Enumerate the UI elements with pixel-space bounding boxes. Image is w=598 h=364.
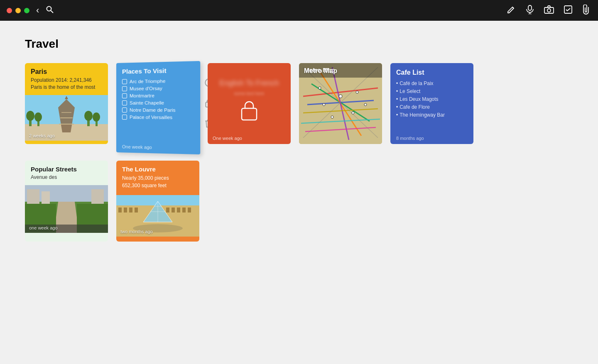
svg-rect-55: [27, 189, 39, 204]
svg-rect-57: [91, 189, 104, 204]
svg-line-2: [512, 7, 514, 8]
bullet-icon: •: [396, 96, 398, 102]
note-card-cafe[interactable]: Cafe List • Café de la Paix • Le Select …: [390, 63, 473, 144]
checkbox: [122, 100, 127, 105]
bullet-icon: •: [396, 81, 398, 86]
svg-rect-61: [118, 208, 122, 213]
svg-point-44: [331, 116, 333, 118]
svg-point-43: [356, 91, 358, 93]
card-title: Metro Map: [304, 67, 337, 75]
checkbox: [122, 93, 127, 98]
metro-map: Metro Map: [299, 63, 382, 144]
svg-point-0: [47, 6, 51, 11]
card-title: Places To Visit: [122, 66, 194, 75]
note-card-streets[interactable]: Popular Streets Avenue des: [25, 161, 108, 242]
svg-point-21: [84, 111, 93, 121]
card-title: The Louvre: [122, 166, 194, 173]
search-button[interactable]: [46, 5, 54, 16]
cafe-item: • Cafe de Flore: [396, 104, 468, 110]
checklist-label: Arc de Triomphe: [130, 78, 166, 84]
svg-point-7: [547, 9, 551, 12]
note-card-locked[interactable]: English To French some text here One wee…: [208, 63, 291, 144]
checkbox: [122, 107, 127, 112]
card-title: Cafe List: [396, 69, 468, 76]
attach-button[interactable]: [582, 5, 590, 17]
svg-rect-3: [528, 5, 532, 10]
note-card-louvre[interactable]: The Louvre Nearly 35,000 pieces 652,300 …: [116, 161, 199, 242]
bullet-icon: •: [396, 112, 398, 118]
checkbox: [122, 115, 127, 120]
svg-point-47: [364, 103, 367, 106]
maximize-button[interactable]: [24, 8, 29, 13]
card-timestamp: 2 weeks ago: [29, 133, 55, 138]
card-title: Paris: [31, 68, 102, 76]
svg-line-1: [51, 10, 54, 13]
traffic-lights: [7, 8, 29, 13]
card-subtitle: Population 2014: 2,241,346: [31, 77, 102, 83]
note-card-paris[interactable]: Paris Population 2014: 2,241,346 Paris i…: [25, 63, 108, 144]
checklist-item: Notre Dame de Paris: [122, 107, 194, 113]
mic-button[interactable]: [526, 5, 534, 16]
paris-image: 2 weeks ago: [25, 95, 108, 141]
streets-image: one week ago: [25, 185, 108, 233]
titlebar: ‹: [0, 0, 598, 21]
card-text: Paris Population 2014: 2,241,346 Paris i…: [25, 63, 108, 95]
bullet-icon: •: [396, 104, 398, 110]
svg-point-45: [352, 112, 354, 114]
card-timestamp: One week ago: [213, 136, 242, 141]
louvre-image: two months ago: [116, 195, 199, 237]
svg-point-41: [339, 95, 342, 98]
card-timestamp: One week ago: [122, 144, 152, 150]
checkbox: [122, 86, 127, 91]
svg-rect-67: [177, 208, 180, 213]
toolbar-actions: [498, 0, 598, 21]
checklist-label: Notre Dame de Paris: [130, 107, 176, 112]
page-title: Travel: [25, 37, 573, 51]
note-card-places[interactable]: Places To Visit Arc de Triomphe Musee d'…: [116, 61, 200, 154]
notes-grid: Paris Population 2014: 2,241,346 Paris i…: [25, 63, 573, 152]
compose-button[interactable]: [507, 5, 516, 16]
svg-rect-66: [172, 208, 175, 213]
svg-point-23: [93, 112, 100, 122]
cafe-item: • The Hemingway Bar: [396, 112, 468, 118]
card-body: Avenue des: [31, 174, 102, 180]
svg-rect-68: [182, 208, 186, 213]
note-card-metro[interactable]: Metro Map: [299, 63, 382, 144]
checklist-item: Musee d'Orsay: [122, 86, 194, 91]
svg-rect-64: [135, 208, 138, 213]
cafe-item: • Le Select: [396, 88, 468, 94]
locked-subtitle: some text here: [230, 91, 269, 96]
checklist-label: Montmartre: [130, 93, 154, 98]
back-button[interactable]: ‹: [36, 5, 39, 16]
card-stat1: Nearly 35,000 pieces: [122, 175, 194, 181]
close-button[interactable]: [7, 8, 12, 13]
locked-title: English To French: [215, 79, 283, 88]
svg-rect-8: [564, 6, 572, 13]
notes-grid-row2: Popular Streets Avenue des: [25, 161, 573, 242]
svg-point-12: [26, 111, 34, 121]
svg-rect-56: [42, 191, 50, 204]
checklist-button[interactable]: [564, 5, 572, 16]
checklist-item: Montmartre: [122, 93, 194, 98]
card-timestamp: two months ago: [120, 229, 153, 234]
checklist-label: Musee d'Orsay: [130, 86, 162, 91]
card-timestamp: 8 months ago: [396, 136, 424, 141]
card-stat2: 652,300 square feet: [122, 183, 194, 188]
svg-rect-65: [166, 208, 169, 213]
svg-rect-28: [242, 108, 257, 120]
svg-rect-69: [188, 208, 191, 213]
minimize-button[interactable]: [15, 8, 21, 13]
checklist-item: Palace of Versailles: [122, 115, 194, 120]
checklist-label: Sainte Chapelle: [130, 100, 164, 105]
card-body: Paris is the home of the most: [31, 84, 102, 90]
checklist-item: Sainte Chapelle: [122, 100, 194, 105]
camera-button[interactable]: [544, 5, 554, 16]
cafe-item: • Les Deux Magots: [396, 96, 468, 102]
main-content: Travel Paris Population 2014: 2,241,346 …: [0, 21, 598, 258]
checkbox: [122, 79, 127, 84]
svg-point-14: [34, 112, 42, 122]
bullet-icon: •: [396, 88, 398, 94]
svg-rect-62: [124, 208, 127, 213]
titlebar-nav: ‹: [36, 5, 54, 16]
card-timestamp: one week ago: [29, 225, 58, 230]
